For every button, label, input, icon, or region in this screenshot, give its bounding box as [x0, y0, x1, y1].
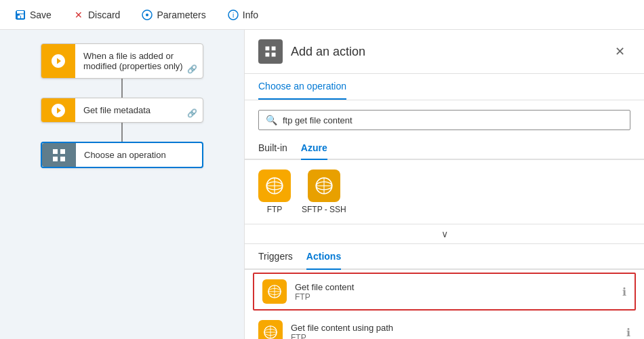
search-input[interactable]	[283, 115, 623, 125]
trigger-node-label: When a file is added or modified (proper…	[83, 51, 183, 71]
metadata-node-label: Get file metadata	[83, 105, 150, 115]
sftp-icon-box	[308, 170, 340, 202]
search-area: 🔍	[245, 100, 644, 137]
metadata-node-icon	[41, 98, 75, 122]
info-button[interactable]: i Info	[224, 7, 262, 23]
get-file-path-name: Get file content using path	[291, 323, 618, 333]
get-file-content-icon-box	[262, 279, 287, 304]
get-file-content-info-icon[interactable]: ℹ	[622, 285, 626, 298]
save-icon	[15, 9, 26, 20]
trigger-node[interactable]: When a file is added or modified (proper…	[41, 43, 203, 79]
get-file-content-sub: FTP	[295, 292, 614, 302]
info-label: Info	[243, 9, 258, 20]
svg-rect-9	[272, 47, 276, 51]
choose-operation-node[interactable]: Choose an operation	[41, 142, 203, 168]
svg-rect-6	[53, 157, 58, 161]
search-box: 🔍	[258, 110, 630, 130]
toolbar: Save ✕ Discard Parameters i Info	[0, 0, 644, 30]
svg-rect-8	[266, 47, 270, 51]
svg-text:i: i	[233, 12, 234, 19]
ftp-icon-box	[258, 170, 291, 202]
action-get-file-content-path[interactable]: Get file content using path FTP ℹ	[245, 313, 644, 339]
tab-azure[interactable]: Azure	[301, 137, 327, 160]
connector-1	[121, 79, 123, 98]
panel-tabs: Choose an operation	[245, 74, 644, 100]
tab-triggers[interactable]: Triggers	[258, 244, 293, 270]
choose-operation-tab[interactable]: Choose an operation	[258, 74, 346, 100]
service-ftp[interactable]: FTP	[258, 170, 291, 214]
choose-node-body: Choose an operation	[76, 143, 202, 167]
trigger-node-body: When a file is added or modified (proper…	[75, 44, 203, 78]
metadata-node-body: Get file metadata 🔗	[75, 98, 203, 122]
expand-row[interactable]: ∨	[245, 224, 644, 244]
info-icon: i	[228, 9, 239, 20]
action-tabs: Triggers Actions	[245, 244, 644, 270]
get-file-path-sub: FTP	[291, 333, 618, 340]
svg-rect-4	[53, 149, 58, 154]
get-file-path-icon-box	[258, 320, 283, 339]
expand-chevron-icon: ∨	[441, 228, 448, 239]
tab-builtin[interactable]: Built-in	[258, 137, 287, 160]
get-file-path-info-icon[interactable]: ℹ	[626, 326, 630, 339]
search-icon: 🔍	[266, 115, 277, 125]
choose-node-icon	[42, 143, 76, 167]
svg-rect-10	[266, 53, 270, 57]
category-tabs: Built-in Azure	[245, 137, 644, 160]
svg-rect-7	[60, 157, 65, 161]
discard-button[interactable]: ✕ Discard	[69, 7, 124, 23]
metadata-node[interactable]: Get file metadata 🔗	[41, 98, 203, 123]
tab-actions[interactable]: Actions	[306, 244, 341, 270]
trigger-link-icon: 🔗	[187, 64, 197, 74]
action-get-file-content[interactable]: Get file content FTP ℹ	[253, 273, 636, 311]
save-button[interactable]: Save	[11, 7, 56, 23]
svg-rect-11	[272, 53, 276, 57]
get-file-path-text: Get file content using path FTP	[291, 323, 618, 340]
discard-label: Discard	[88, 9, 120, 20]
get-file-content-name: Get file content	[295, 282, 614, 292]
parameters-button[interactable]: Parameters	[138, 7, 209, 23]
action-list: Get file content FTP ℹ Get file content …	[245, 270, 644, 339]
metadata-link-icon: 🔗	[187, 108, 197, 118]
choose-node-label: Choose an operation	[84, 150, 166, 160]
svg-rect-5	[60, 149, 65, 154]
parameters-icon	[142, 9, 153, 20]
parameters-label: Parameters	[157, 9, 205, 20]
main-area: When a file is added or modified (proper…	[0, 30, 644, 339]
get-file-content-text: Get file content FTP	[295, 282, 614, 302]
panel-header-icon-box	[258, 39, 283, 64]
close-panel-button[interactable]: ✕	[609, 41, 630, 62]
connector-2	[121, 123, 123, 142]
save-label: Save	[30, 9, 52, 20]
panel-header-left: Add an action	[258, 39, 365, 64]
panel-title: Add an action	[291, 45, 365, 59]
side-panel: Add an action ✕ Choose an operation 🔍 Bu…	[244, 30, 644, 339]
metadata-node-footer: 🔗	[187, 108, 197, 118]
ftp-label: FTP	[267, 205, 283, 214]
discard-icon: ✕	[73, 9, 84, 20]
trigger-node-icon	[41, 44, 75, 78]
svg-point-1	[146, 14, 148, 16]
trigger-node-footer: 🔗	[187, 64, 197, 74]
panel-header: Add an action ✕	[245, 30, 644, 74]
service-sftp[interactable]: SFTP - SSH	[302, 170, 346, 214]
flow-canvas: When a file is added or modified (proper…	[0, 30, 244, 339]
sftp-label: SFTP - SSH	[302, 205, 346, 214]
services-row: FTP SFTP - SSH	[245, 160, 644, 224]
